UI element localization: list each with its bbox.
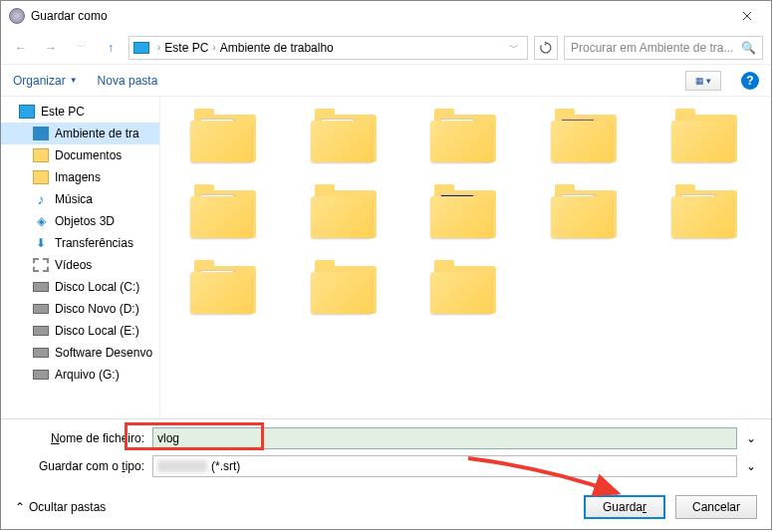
sidebar-item-3[interactable]: ♪Música — [1, 188, 159, 210]
chevron-down-icon[interactable]: ﹀ — [505, 41, 523, 55]
disk-icon — [33, 304, 49, 314]
sidebar-item-6[interactable]: Vídeos — [1, 254, 159, 276]
app-icon — [9, 8, 25, 24]
folder-icon — [190, 258, 260, 314]
folder-item[interactable] — [291, 107, 401, 162]
close-icon — [742, 11, 752, 21]
folder-item[interactable] — [170, 258, 281, 314]
sidebar-root-pc[interactable]: Este PC — [1, 101, 159, 123]
disk-icon — [33, 348, 49, 358]
folder-icon — [311, 258, 381, 314]
folder-icon — [430, 107, 500, 162]
folder-icon: Abg — [671, 182, 741, 238]
folder-icon: epdf — [190, 107, 260, 162]
folder-item[interactable] — [410, 107, 521, 162]
search-icon: 🔍 — [741, 41, 756, 55]
refresh-icon — [540, 42, 552, 54]
up-button[interactable]: ↑ — [99, 36, 123, 60]
folder-icon — [190, 182, 260, 238]
folder-icon: epdf — [551, 182, 621, 238]
sidebar-item-2[interactable]: Imagens — [1, 166, 159, 188]
sidebar-item-9[interactable]: Disco Local (E:) — [1, 320, 159, 342]
folder-icon — [311, 182, 381, 238]
save-button[interactable]: Guardar — [584, 495, 665, 519]
close-button[interactable] — [727, 1, 767, 31]
forward-button[interactable]: → — [39, 36, 63, 60]
video-icon — [33, 258, 49, 272]
chevron-right-icon: › — [208, 42, 219, 53]
folder-icon — [430, 258, 500, 314]
breadcrumb-folder[interactable]: Ambiente de trabalho — [220, 41, 334, 55]
filetype-dropdown[interactable]: ⌄ — [745, 459, 757, 473]
sidebar-item-10[interactable]: Software Desenvo — [1, 342, 159, 364]
folder-item[interactable] — [531, 107, 642, 162]
cube-icon: ◈ — [33, 214, 49, 228]
view-options-button[interactable]: ▦ ▾ — [685, 71, 721, 91]
filetype-label: Guardar com o tipo: — [15, 459, 144, 473]
folder-icon — [551, 107, 621, 162]
folder-icon — [311, 107, 381, 162]
disk-icon — [33, 282, 49, 292]
folder-icon — [430, 182, 500, 238]
refresh-button[interactable] — [534, 36, 558, 60]
down-icon: ⬇ — [33, 236, 49, 250]
folder-item[interactable]: epdf — [170, 107, 281, 162]
sidebar: Este PC Ambiente de traDocumentosImagens… — [1, 97, 160, 418]
sidebar-item-7[interactable]: Disco Local (C:) — [1, 276, 159, 298]
chevron-up-icon: ⌃ — [15, 500, 25, 514]
folder-item[interactable] — [291, 182, 401, 238]
footer: ⌃ Ocultar pastas Guardar Cancelar — [1, 485, 771, 529]
sidebar-item-0[interactable]: Ambiente de tra — [1, 123, 159, 144]
folder-item[interactable]: epdf — [531, 182, 642, 238]
disk-icon — [33, 326, 49, 336]
folder-icon — [33, 148, 49, 162]
recent-locations-dropdown[interactable]: ﹀ — [69, 36, 93, 60]
chevron-right-icon: › — [153, 42, 164, 53]
folder-item[interactable]: Abg — [650, 182, 761, 238]
monitor-icon — [33, 127, 49, 140]
sidebar-item-5[interactable]: ⬇Transferências — [1, 232, 159, 254]
filename-label: Nome de ficheiro: — [15, 431, 144, 445]
filename-input[interactable] — [152, 427, 737, 449]
folder-item[interactable] — [291, 258, 401, 314]
folder-icon — [671, 107, 741, 162]
pc-icon — [133, 42, 149, 54]
folder-item[interactable] — [650, 107, 761, 162]
folder-icon — [33, 170, 49, 184]
search-placeholder: Procurar em Ambiente de tra... — [571, 41, 741, 55]
new-folder-button[interactable]: Nova pasta — [98, 74, 158, 88]
breadcrumb-root[interactable]: Este PC — [164, 41, 208, 55]
window-title: Guardar como — [31, 9, 727, 23]
sidebar-item-4[interactable]: ◈Objetos 3D — [1, 210, 159, 232]
navbar: ← → ﹀ ↑ › Este PC › Ambiente de trabalho… — [1, 31, 771, 65]
toolbar: Organizar ▼ Nova pasta ▦ ▾ ? — [1, 65, 771, 97]
cancel-button[interactable]: Cancelar — [675, 495, 757, 519]
folder-item[interactable] — [410, 182, 521, 238]
back-button[interactable]: ← — [9, 36, 33, 60]
save-options: Nome de ficheiro: ⌄ Guardar com o tipo: … — [1, 418, 771, 485]
music-icon: ♪ — [33, 192, 49, 206]
filetype-select[interactable]: (*.srt) — [152, 455, 737, 477]
organize-menu[interactable]: Organizar ▼ — [13, 74, 78, 88]
folder-item[interactable] — [170, 182, 281, 238]
folder-item[interactable] — [410, 258, 521, 314]
file-view[interactable]: epdfepdfAbg — [160, 97, 771, 418]
sidebar-item-11[interactable]: Arquivo (G:) — [1, 364, 159, 386]
chevron-down-icon: ▼ — [70, 76, 78, 85]
breadcrumb[interactable]: › Este PC › Ambiente de trabalho ﹀ — [129, 36, 528, 60]
titlebar: Guardar como — [1, 1, 771, 31]
pc-icon — [19, 105, 35, 119]
hide-folders-toggle[interactable]: ⌃ Ocultar pastas — [15, 500, 106, 514]
disk-icon — [33, 370, 49, 380]
sidebar-item-1[interactable]: Documentos — [1, 144, 159, 166]
help-button[interactable]: ? — [741, 72, 759, 90]
search-input[interactable]: Procurar em Ambiente de tra... 🔍 — [564, 36, 763, 60]
filename-dropdown[interactable]: ⌄ — [745, 431, 757, 445]
sidebar-item-8[interactable]: Disco Novo (D:) — [1, 298, 159, 320]
